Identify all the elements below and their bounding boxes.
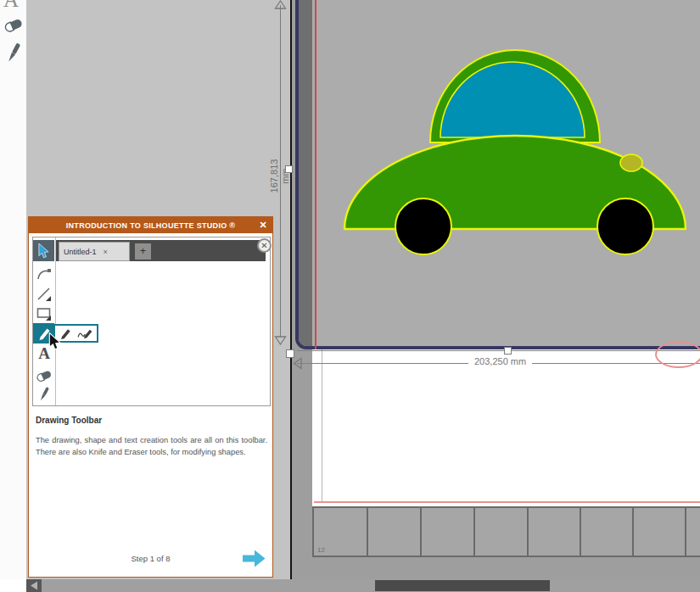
horizontal-scrollbar[interactable] <box>0 579 700 592</box>
grid-line <box>632 508 634 556</box>
dimension-arrow-down-icon <box>274 336 287 345</box>
horizontal-measure-handle[interactable] <box>504 347 512 355</box>
drawing-toolbar-strip: A <box>0 0 26 592</box>
eraser-icon[interactable] <box>3 17 25 36</box>
dimension-arrow-left-icon <box>293 357 303 370</box>
new-tab-button: + <box>135 243 151 260</box>
cut-border-horizontal <box>314 501 700 503</box>
tutorial-popup: INTRODUCTION TO SILHOUETTE STUDIO ® ✕ Un… <box>28 216 273 578</box>
page-width-line <box>297 350 700 351</box>
car-wheel-right <box>597 198 653 254</box>
select-tool-icon <box>33 240 54 261</box>
tutorial-screenshot: Untitled-1 × + ✕ <box>32 237 271 406</box>
scrollbar-thumb[interactable] <box>375 580 550 591</box>
screenshot-tab: Untitled-1 × <box>59 242 130 261</box>
car-wheel-left <box>395 198 451 254</box>
screenshot-toolbar: A <box>33 237 56 405</box>
grid-row-label: 12 <box>317 546 325 554</box>
car-headlight <box>620 154 642 171</box>
point-edit-tool-icon <box>35 265 53 283</box>
dimension-arrow-up-icon <box>274 0 287 9</box>
step-description: The drawing, shape and text creation too… <box>36 434 267 458</box>
grid-line <box>367 508 368 556</box>
car-drawing[interactable] <box>324 34 697 263</box>
mouse-cursor-icon <box>48 332 61 350</box>
grid-line <box>580 508 581 556</box>
mat-margin-strip <box>299 0 312 346</box>
step-counter: Step 1 of 8 <box>29 554 272 563</box>
next-step-button[interactable] <box>243 550 266 567</box>
corner-handle[interactable] <box>286 349 294 358</box>
horizontal-measurement-label: 203,250 mm <box>468 356 532 366</box>
tab-close-icon: × <box>104 248 108 256</box>
knife-icon[interactable] <box>3 41 25 68</box>
eraser-tool-icon-mini <box>35 366 53 385</box>
rectangle-tool-icon <box>35 304 53 323</box>
grid-line <box>685 508 686 556</box>
tab-label: Untitled-1 <box>64 248 97 256</box>
scrollbar-track[interactable] <box>26 579 700 592</box>
screenshot-tabbar: Untitled-1 × + <box>56 240 266 261</box>
popup-title: INTRODUCTION TO SILHOUETTE STUDIO ® <box>66 221 235 230</box>
line-tool-icon <box>35 285 53 304</box>
red-highlight-ellipse <box>655 341 700 368</box>
popup-titlebar: INTRODUCTION TO SILHOUETTE STUDIO ® ✕ <box>29 217 272 233</box>
grid-line <box>527 508 529 556</box>
mat-grid: 12 <box>312 506 700 557</box>
freehand-pencil-icon <box>77 327 93 340</box>
page-edge-line <box>322 349 322 502</box>
knife-tool-icon-mini <box>35 384 53 403</box>
grid-line <box>473 508 475 556</box>
vertical-measure-handle[interactable] <box>285 165 293 173</box>
scrollbar-left-button[interactable] <box>26 579 42 592</box>
page-area <box>312 349 700 506</box>
popup-close-button[interactable]: ✕ <box>259 217 267 233</box>
text-tool-glyph: A <box>3 0 19 11</box>
document-close-icon: ✕ <box>257 238 272 253</box>
grid-line <box>420 508 422 556</box>
step-heading: Drawing Toolbar <box>36 416 102 425</box>
text-tool-icon[interactable]: A <box>1 0 25 11</box>
vertical-measurement-label: 167,813 mm <box>269 152 280 201</box>
scroll-left-arrow-icon <box>30 581 38 590</box>
design-canvas[interactable]: 12 <box>290 0 700 579</box>
